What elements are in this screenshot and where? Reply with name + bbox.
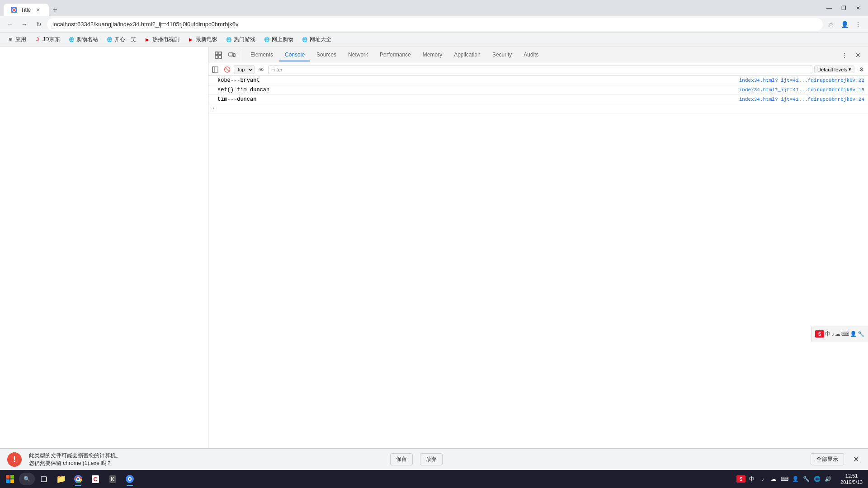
devtools-tab-console[interactable]: Console bbox=[279, 49, 310, 61]
bookmark-label: 应用 bbox=[15, 36, 26, 43]
taskbar-chrome[interactable] bbox=[70, 471, 86, 487]
log-level-selector[interactable]: Default levels ▾ bbox=[814, 66, 854, 73]
maximize-button[interactable]: ❐ bbox=[837, 2, 850, 14]
csdn-icon: C bbox=[92, 475, 99, 483]
tool-icon: 🔧 bbox=[858, 331, 864, 337]
show-all-button[interactable]: 全部显示 bbox=[811, 453, 844, 465]
account-button[interactable]: 👤 bbox=[838, 18, 851, 31]
task-view-icon: ❑ bbox=[41, 475, 47, 483]
console-link-1[interactable]: index34.html?_ijt=41...fdirupc0bmrbjk6v:… bbox=[739, 87, 864, 93]
taskbar-title-chrome[interactable] bbox=[122, 471, 138, 487]
tab-close-button[interactable]: ✕ bbox=[34, 6, 42, 14]
devtools-more-button[interactable]: ⋮ bbox=[838, 49, 851, 61]
devtools-tab-sources[interactable]: Sources bbox=[311, 49, 342, 61]
sougou-input-icon: S bbox=[815, 330, 824, 338]
audio-icon: ♪ bbox=[831, 331, 834, 337]
back-button[interactable]: ← bbox=[4, 18, 16, 31]
filter-input[interactable] bbox=[268, 65, 812, 74]
devtools-tab-elements[interactable]: Elements bbox=[245, 49, 278, 61]
devtools-close-button[interactable]: ✕ bbox=[852, 49, 864, 61]
download-close-button[interactable]: ✕ bbox=[851, 453, 861, 465]
context-selector[interactable]: top bbox=[234, 65, 255, 74]
jokes-icon: 🌐 bbox=[106, 37, 113, 43]
device-toggle-button[interactable] bbox=[226, 49, 238, 61]
svg-rect-4 bbox=[215, 56, 218, 58]
clear-console-button[interactable]: 🚫 bbox=[222, 65, 232, 75]
kb-icon[interactable]: ⌨ bbox=[780, 474, 789, 483]
new-tab-button[interactable]: + bbox=[49, 4, 61, 16]
address-bar: ← → ↻ ☆ 👤 ⋮ bbox=[0, 16, 868, 33]
taskbar-task-view[interactable]: ❑ bbox=[36, 471, 52, 487]
bookmark-apps[interactable]: ⊞ 应用 bbox=[4, 34, 30, 45]
svg-rect-6 bbox=[229, 53, 233, 56]
console-input-line[interactable]: › bbox=[208, 104, 868, 113]
minimize-button[interactable]: — bbox=[823, 2, 835, 14]
console-sidebar-toggle[interactable] bbox=[210, 65, 220, 75]
search-icon: 🔍 bbox=[24, 476, 30, 482]
console-text-1: set() tim duncan bbox=[217, 87, 269, 93]
bookmark-online-shop[interactable]: 🌐 网上购物 bbox=[260, 34, 297, 45]
bookmark-all-sites[interactable]: 🌐 网址大全 bbox=[298, 34, 335, 45]
taskbar: 🔍 ❑ 📁 C K S 中 bbox=[0, 470, 868, 488]
bookmark-button[interactable]: ☆ bbox=[825, 18, 837, 31]
bookmark-games[interactable]: 🌐 热门游戏 bbox=[222, 34, 259, 45]
taskbar-search[interactable]: 🔍 bbox=[19, 473, 35, 485]
bookmark-label: 热播电视剧 bbox=[152, 36, 179, 43]
online-shop-icon: 🌐 bbox=[264, 37, 270, 43]
bookmark-shopping[interactable]: 🌐 购物名站 bbox=[65, 34, 102, 45]
devtools-tab-audits[interactable]: Audits bbox=[518, 49, 544, 61]
start-button[interactable] bbox=[2, 471, 18, 487]
console-settings-button[interactable]: ⚙ bbox=[856, 65, 866, 75]
svg-point-20 bbox=[129, 478, 131, 480]
settings-icon[interactable]: 🔧 bbox=[802, 474, 811, 483]
menu-button[interactable]: ⋮ bbox=[852, 18, 864, 31]
all-sites-icon: 🌐 bbox=[302, 37, 308, 43]
apps-icon: ⊞ bbox=[7, 37, 14, 43]
sougou-taskbar-icon[interactable]: S bbox=[736, 475, 745, 483]
svg-point-17 bbox=[77, 478, 80, 480]
inspect-element-button[interactable] bbox=[212, 49, 225, 61]
weather-icon[interactable]: ☁ bbox=[769, 474, 778, 483]
svg-rect-8 bbox=[212, 67, 214, 72]
profile-icon[interactable]: 👤 bbox=[791, 474, 800, 483]
network-icon[interactable]: 🌐 bbox=[812, 474, 821, 483]
discard-button[interactable]: 放弃 bbox=[420, 453, 443, 465]
cn-input-icon[interactable]: 中 bbox=[747, 474, 756, 483]
address-icons: ☆ 👤 ⋮ bbox=[825, 18, 864, 31]
address-input[interactable] bbox=[47, 18, 823, 31]
active-tab[interactable]: Title ✕ bbox=[4, 4, 49, 16]
music-icon[interactable]: ♪ bbox=[758, 474, 767, 483]
console-link-2[interactable]: index34.html?_ijt=41...fdirupc0bmrbjk6v:… bbox=[739, 97, 864, 102]
tab-favicon bbox=[11, 7, 17, 13]
devtools-tab-network[interactable]: Network bbox=[343, 49, 373, 61]
window-controls: — ❐ ✕ bbox=[823, 2, 864, 14]
svg-rect-13 bbox=[10, 479, 14, 483]
bookmark-movies[interactable]: ▶ 最新电影 bbox=[184, 34, 221, 45]
cloud-icon: ☁ bbox=[835, 331, 840, 337]
taskbar-clock: 12:51 2019/5/13 bbox=[837, 473, 866, 486]
devtools-tab-application[interactable]: Application bbox=[448, 49, 486, 61]
devtools-tab-security[interactable]: Security bbox=[487, 49, 517, 61]
devtools-tab-memory[interactable]: Memory bbox=[417, 49, 448, 61]
bookmark-jd[interactable]: J JD京东 bbox=[31, 34, 64, 45]
console-link-0[interactable]: index34.html?_ijt=41...fdirupc0bmrbjk6v:… bbox=[739, 78, 864, 83]
tab-title: Title bbox=[21, 7, 31, 13]
forward-button[interactable]: → bbox=[18, 18, 31, 31]
svg-rect-3 bbox=[219, 52, 222, 55]
chevron-down-icon: ▾ bbox=[849, 66, 851, 72]
devtools-tab-performance[interactable]: Performance bbox=[374, 49, 416, 61]
taskbar-csdn[interactable]: C bbox=[87, 471, 104, 487]
bookmark-jokes[interactable]: 🌐 开心一笑 bbox=[103, 34, 140, 45]
volume-icon[interactable]: 🔊 bbox=[823, 474, 832, 483]
eye-button[interactable]: 👁 bbox=[256, 65, 266, 75]
console-text-2: tim---duncan bbox=[217, 96, 256, 103]
refresh-button[interactable]: ↻ bbox=[33, 18, 45, 31]
close-button[interactable]: ✕ bbox=[852, 2, 864, 14]
console-text-0: kobe---bryant bbox=[217, 77, 260, 84]
keep-button[interactable]: 保留 bbox=[390, 453, 413, 465]
taskbar-kuangjia[interactable]: K bbox=[104, 471, 121, 487]
console-line-left: set() tim duncan bbox=[217, 87, 739, 93]
svg-rect-11 bbox=[10, 475, 14, 479]
bookmark-tv[interactable]: ▶ 热播电视剧 bbox=[141, 34, 183, 45]
taskbar-file-explorer[interactable]: 📁 bbox=[53, 471, 69, 487]
